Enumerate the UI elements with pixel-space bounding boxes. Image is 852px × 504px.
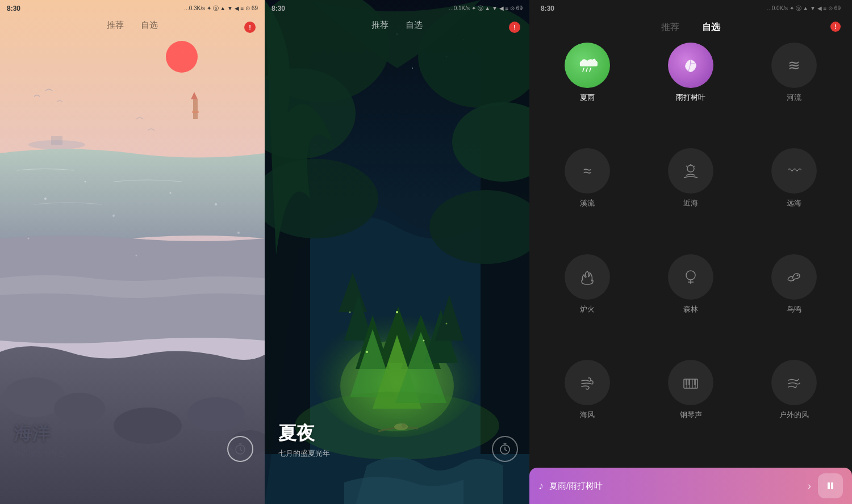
sound-circle-piano <box>668 360 713 405</box>
svg-point-8 <box>54 393 105 425</box>
status-time-p2: 8:30 <box>272 5 285 12</box>
svg-point-53 <box>687 165 694 172</box>
sound-label-stream: 溪流 <box>580 198 595 208</box>
svg-point-57 <box>686 271 695 280</box>
status-icons-p2: ...0.1K/s ✦ ⓢ ▲ ▼ ◀ ≡ ⊙ 69 <box>449 5 523 12</box>
sound-item-piano[interactable]: 钢琴声 <box>642 360 740 459</box>
status-bar-panel1: 8:30 ...0.3K/s ✦ ⓢ ▲ ▼ ◀ ≡ ⊙ 69 <box>0 0 265 17</box>
svg-line-52 <box>590 68 591 72</box>
svg-point-12 <box>44 198 47 200</box>
scene-info-p1: 海洋 海边漫步的气息 <box>14 421 65 459</box>
timer-btn-p1[interactable] <box>227 436 253 462</box>
svg-rect-69 <box>828 482 830 489</box>
piano-icon <box>682 373 700 392</box>
scene-subtitle-p2: 七月的盛夏光年 <box>278 448 330 459</box>
svg-point-15 <box>170 192 172 194</box>
sound-label-sea-wind: 海风 <box>580 410 595 420</box>
tab-nav-p2: 推荐 自选 <box>265 20 529 31</box>
svg-line-55 <box>686 166 687 167</box>
svg-rect-67 <box>688 379 690 385</box>
sound-item-near-sea[interactable]: 近海 <box>642 148 740 247</box>
sound-item-fireplace[interactable]: 炉火 <box>538 254 636 353</box>
svg-point-48 <box>402 423 406 428</box>
sound-grid: 夏雨 雨打树叶 ≋ 河流 <box>538 43 843 504</box>
sound-circle-far-sea: 〰 <box>771 148 817 194</box>
sound-item-far-sea[interactable]: 〰 远海 <box>745 148 843 247</box>
sound-circle-rain-leaves <box>668 43 713 88</box>
sound-label-rain-leaves: 雨打树叶 <box>676 93 705 103</box>
status-time-p3: 8:30 <box>541 5 554 12</box>
svg-point-16 <box>215 203 217 205</box>
svg-rect-68 <box>694 379 696 385</box>
sound-circle-birds <box>771 254 817 300</box>
svg-point-42 <box>366 351 368 353</box>
sound-circle-river: ≋ <box>771 43 817 88</box>
tab-nav-p3: 推荐 自选 <box>538 17 843 43</box>
sound-label-near-sea: 近海 <box>683 198 698 208</box>
svg-point-46 <box>446 323 448 325</box>
alert-icon-p1[interactable]: ! <box>244 22 256 33</box>
tab-recommend-p1[interactable]: 推荐 <box>107 20 124 31</box>
svg-point-13 <box>85 181 86 183</box>
scene-title-p2: 夏夜 <box>278 421 330 446</box>
svg-rect-70 <box>831 482 833 489</box>
svg-rect-4 <box>192 111 199 113</box>
timer-btn-p2[interactable] <box>492 436 518 462</box>
svg-point-9 <box>114 408 182 444</box>
sound-label-river: 河流 <box>787 93 801 103</box>
tab-recommend-p2[interactable]: 推荐 <box>371 20 389 31</box>
tab-custom-p3[interactable]: 自选 <box>702 22 720 33</box>
rain-leaves-icon <box>680 55 701 75</box>
svg-point-17 <box>28 238 30 240</box>
sound-circle-forest <box>668 254 713 300</box>
sound-item-rain-leaves[interactable]: 雨打树叶 <box>642 43 740 141</box>
status-icons-p3: ...0.0K/s ✦ ⓢ ▲ ▼ ◀ ≡ ⊙ 69 <box>767 5 841 12</box>
outdoor-wind-icon <box>785 373 803 392</box>
tab-nav-p1: 推荐 自选 <box>0 20 265 31</box>
sound-label-outdoor-wind: 户外的风 <box>779 410 809 420</box>
forest-icon <box>682 268 700 286</box>
sound-item-stream[interactable]: ≈ 溪流 <box>538 148 636 247</box>
svg-line-51 <box>586 68 587 72</box>
svg-point-45 <box>349 312 351 313</box>
summer-rain-icon <box>577 55 598 75</box>
svg-point-10 <box>187 397 244 431</box>
svg-point-18 <box>237 232 240 234</box>
svg-rect-66 <box>686 379 687 385</box>
sound-item-summer-rain[interactable]: 夏雨 <box>538 43 636 141</box>
pause-button[interactable] <box>818 473 843 498</box>
tab-recommend-p3[interactable]: 推荐 <box>661 22 679 33</box>
sound-label-far-sea: 远海 <box>787 198 801 208</box>
sound-circle-summer-rain <box>565 43 610 88</box>
now-playing-title: 夏雨/雨打树叶 <box>549 481 808 492</box>
timer-icon-p2 <box>499 443 511 455</box>
sound-label-fireplace: 炉火 <box>580 304 595 314</box>
sound-item-river[interactable]: ≋ 河流 <box>745 43 843 141</box>
timer-icon-p1 <box>234 443 247 455</box>
music-note-icon: ♪ <box>538 480 544 492</box>
tab-custom-p2[interactable]: 自选 <box>406 20 423 31</box>
sound-label-summer-rain: 夏雨 <box>580 93 595 103</box>
svg-point-14 <box>112 215 115 217</box>
sound-circle-near-sea <box>668 148 713 194</box>
sea-wind-icon <box>578 373 596 392</box>
tab-custom-p1[interactable]: 自选 <box>141 20 158 31</box>
panel3-inner: 8:30 ...0.0K/s ✦ ⓢ ▲ ▼ ◀ ≡ ⊙ 69 推荐 自选 ! <box>529 0 852 504</box>
alert-icon-p2[interactable]: ! <box>509 22 520 33</box>
panel-summer-night: 8:30 ...0.1K/s ✦ ⓢ ▲ ▼ ◀ ≡ ⊙ 69 推荐 自选 ! … <box>265 0 529 504</box>
birds-icon <box>785 268 803 286</box>
sound-item-birds[interactable]: 鸟鸣 <box>745 254 843 353</box>
sound-item-forest[interactable]: 森林 <box>642 254 740 353</box>
status-icons-p1: ...0.3K/s ✦ ⓢ ▲ ▼ ◀ ≡ ⊙ 69 <box>184 5 258 12</box>
alert-icon-p3[interactable]: ! <box>830 22 841 32</box>
next-arrow-icon[interactable]: › <box>808 480 811 492</box>
svg-point-1 <box>166 41 198 73</box>
now-playing-bar[interactable]: ♪ 夏雨/雨打树叶 › <box>529 468 852 504</box>
scene-subtitle-p1: 海边漫步的气息 <box>14 448 65 459</box>
scene-title-p1: 海洋 <box>14 421 65 446</box>
sound-item-sea-wind[interactable]: 海风 <box>538 360 636 459</box>
svg-line-56 <box>695 166 696 167</box>
sound-item-outdoor-wind[interactable]: 户外的风 <box>745 360 843 459</box>
status-time-p1: 8:30 <box>7 5 20 12</box>
sound-circle-stream: ≈ <box>565 148 610 194</box>
